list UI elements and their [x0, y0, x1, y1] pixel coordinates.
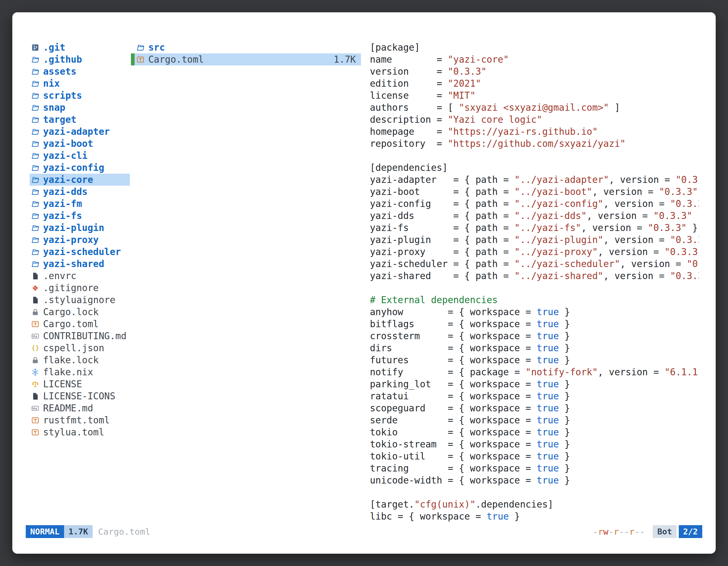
item-label: .git — [43, 42, 65, 53]
parent-pane-item[interactable]: .git — [30, 41, 130, 53]
parent-pane-item[interactable]: yazi-fm — [30, 198, 130, 210]
preview-line: edition = "2021" — [370, 78, 699, 90]
parent-pane-item[interactable]: yazi-scheduler — [30, 246, 130, 258]
preview-line: tracing = { workspace = true } — [370, 462, 699, 474]
folder-icon — [31, 187, 40, 196]
item-label: yazi-fs — [43, 210, 82, 221]
preview-line: anyhow = { workspace = true } — [370, 306, 699, 318]
item-label: cspell.json — [43, 342, 104, 353]
parent-pane-item[interactable]: LICENSE — [30, 378, 130, 390]
yazi-file-manager-window: .git.githubassetsnixscriptssnaptargetyaz… — [12, 12, 716, 554]
current-pane: srcCargo.toml1.7K — [131, 41, 361, 65]
parent-pane-item[interactable]: nix — [30, 78, 130, 90]
parent-pane-item[interactable]: yazi-core — [30, 174, 130, 186]
parent-pane-item[interactable]: yazi-fs — [30, 210, 130, 222]
current-pane-item[interactable]: src — [131, 41, 361, 53]
parent-pane-item[interactable]: .styluaignore — [30, 294, 130, 306]
preview-line: [target."cfg(unix)".dependencies] — [370, 498, 699, 510]
folder-icon — [136, 43, 145, 52]
parent-pane-item[interactable]: scripts — [30, 90, 130, 102]
parent-pane: .git.githubassetsnixscriptssnaptargetyaz… — [30, 41, 130, 438]
parent-pane-item[interactable]: cspell.json — [30, 342, 130, 354]
file-counter-chip: 2/2 — [679, 525, 702, 538]
parent-pane-item[interactable]: LICENSE-ICONS — [30, 390, 130, 402]
item-label: Cargo.toml — [148, 54, 204, 65]
item-label: stylua.toml — [43, 427, 104, 438]
parent-pane-item[interactable]: stylua.toml — [30, 426, 130, 438]
preview-line — [370, 486, 699, 498]
item-label: .styluaignore — [43, 294, 115, 305]
parent-pane-item[interactable]: yazi-dds — [30, 186, 130, 198]
parent-pane-item[interactable]: CONTRIBUTING.md — [30, 330, 130, 342]
parent-pane-item[interactable]: assets — [30, 65, 130, 78]
parent-pane-item[interactable]: yazi-cli — [30, 150, 130, 162]
item-label: Cargo.lock — [43, 306, 99, 317]
preview-line: yazi-scheduler = { path = "../yazi-sched… — [370, 258, 699, 270]
folder-icon — [31, 200, 40, 208]
parent-pane-item[interactable]: Cargo.lock — [30, 306, 130, 318]
status-bar-left: NORMAL 1.7K Cargo.toml — [26, 525, 150, 538]
folder-icon — [31, 224, 40, 233]
parent-pane-item[interactable]: README.md — [30, 402, 130, 414]
item-size: 1.7K — [334, 54, 356, 65]
preview-line: name = "yazi-core" — [370, 53, 699, 65]
parent-pane-item[interactable]: yazi-boot — [30, 138, 130, 150]
toml-icon — [31, 428, 40, 437]
preview-line: yazi-shared = { path = "../yazi-shared",… — [370, 270, 699, 282]
preview-line: [dependencies] — [370, 162, 699, 174]
item-label: yazi-proxy — [43, 234, 99, 245]
folder-icon — [31, 103, 40, 112]
lock-icon — [31, 307, 40, 316]
toml-icon — [31, 319, 40, 328]
item-label: LICENSE — [43, 379, 82, 389]
preview-line: notify = { package = "notify-fork", vers… — [370, 366, 699, 378]
parent-pane-item[interactable]: yazi-shared — [30, 258, 130, 270]
toml-icon — [31, 416, 40, 425]
item-label: LICENSE-ICONS — [43, 391, 115, 401]
folder-icon — [31, 127, 40, 136]
parent-pane-item[interactable]: yazi-proxy — [30, 234, 130, 246]
parent-pane-item[interactable]: .envrc — [30, 270, 130, 282]
item-label: yazi-cli — [43, 150, 88, 161]
nix-icon — [31, 368, 40, 377]
item-label: rustfmt.toml — [43, 415, 110, 426]
folder-icon — [31, 79, 40, 88]
parent-pane-item[interactable]: rustfmt.toml — [30, 414, 130, 426]
preview-line: yazi-plugin = { path = "../yazi-plugin",… — [370, 234, 699, 246]
preview-line: # External dependencies — [370, 294, 699, 306]
preview-line: tokio = { workspace = true } — [370, 426, 699, 438]
item-label: snap — [43, 102, 65, 113]
folder-icon — [31, 236, 40, 245]
folder-icon — [31, 163, 40, 172]
preview-line: version = "0.3.3" — [370, 65, 699, 78]
item-label: target — [43, 114, 76, 125]
preview-line: [package] — [370, 41, 699, 53]
preview-line — [370, 282, 699, 294]
item-label: yazi-plugin — [43, 222, 104, 233]
status-bar-right: -rw-r--r-- Bot 2/2 — [593, 525, 702, 538]
parent-pane-item[interactable]: flake.nix — [30, 366, 130, 378]
item-label: README.md — [43, 403, 93, 414]
preview-line: serde = { workspace = true } — [370, 414, 699, 426]
parent-pane-item[interactable]: yazi-plugin — [30, 222, 130, 234]
folder-icon — [31, 115, 40, 124]
folder-icon — [31, 260, 40, 269]
preview-line: ratatui = { workspace = true } — [370, 390, 699, 402]
item-label: yazi-boot — [43, 138, 93, 149]
folder-icon — [31, 67, 40, 76]
parent-pane-item[interactable]: target — [30, 114, 130, 126]
license-icon — [31, 380, 40, 389]
item-label: yazi-shared — [43, 259, 104, 269]
parent-pane-item[interactable]: snap — [30, 102, 130, 114]
parent-pane-item[interactable]: .gitignore — [30, 282, 130, 294]
preview-line: yazi-boot = { path = "../yazi-boot", ver… — [370, 186, 699, 198]
parent-pane-item[interactable]: yazi-adapter — [30, 126, 130, 138]
current-pane-item[interactable]: Cargo.toml1.7K — [131, 53, 361, 65]
parent-pane-item[interactable]: yazi-config — [30, 162, 130, 174]
preview-line: crossterm = { workspace = true } — [370, 330, 699, 342]
preview-line: repository = "https://github.com/sxyazi/… — [370, 138, 699, 150]
parent-pane-item[interactable]: flake.lock — [30, 354, 130, 366]
parent-pane-item[interactable]: Cargo.toml — [30, 318, 130, 330]
parent-pane-item[interactable]: .github — [30, 53, 130, 65]
item-label: src — [148, 42, 165, 53]
